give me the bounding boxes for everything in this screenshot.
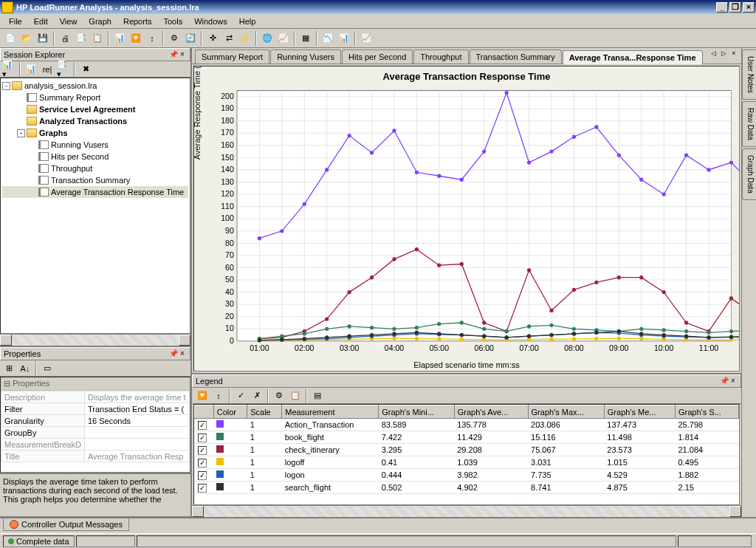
chart3-button[interactable]: 📈 — [359, 31, 374, 46]
tab-next-icon[interactable]: ▷ — [719, 49, 728, 58]
menu-help[interactable]: Help — [233, 16, 262, 27]
menu-edit[interactable]: Edit — [28, 16, 54, 27]
legend-column-header[interactable]: Graph's Me... — [604, 405, 675, 419]
se-rename-icon[interactable]: re| — [40, 62, 55, 77]
legend-checkbox[interactable]: ✓ — [198, 459, 207, 467]
side-tab-graph-data[interactable]: Graph Data — [742, 148, 756, 200]
tile-button[interactable]: ▦ — [298, 31, 313, 46]
menu-graph[interactable]: Graph — [83, 16, 117, 27]
tree-item[interactable]: Transaction Summary — [2, 174, 188, 186]
leg-cols-icon[interactable]: ▤ — [310, 388, 325, 403]
legend-row[interactable]: ✓ 1logoff0.411.0393.0311.0150.495 — [195, 456, 739, 469]
cross-button[interactable]: ✜ — [205, 31, 220, 46]
close-icon[interactable]: × — [178, 349, 187, 358]
chart1-button[interactable]: 📉 — [320, 31, 335, 46]
legend-column-header[interactable]: Color — [213, 405, 247, 419]
legend-checkbox[interactable]: ✓ — [198, 421, 207, 430]
legend-checkbox[interactable]: ✓ — [198, 434, 207, 442]
tree-item[interactable]: Throughput — [2, 162, 188, 174]
minimize-button[interactable]: _ — [716, 2, 728, 13]
se-del-icon[interactable]: ✖ — [78, 62, 93, 77]
menu-tools[interactable]: Tools — [157, 16, 188, 27]
pin-icon[interactable]: 📌 — [169, 50, 178, 59]
prop-pg-icon[interactable]: ▭ — [40, 361, 55, 376]
legend-row[interactable]: ✓ 1Action_Transaction83.589135.778203.08… — [195, 419, 739, 431]
tree-hscroll[interactable] — [0, 334, 190, 346]
close-window-button[interactable]: × — [743, 2, 755, 13]
copy-button[interactable]: 📋 — [90, 31, 105, 46]
legend-row[interactable]: ✓ 1check_itinerary3.29529.20875.06723.57… — [195, 444, 739, 456]
leg-sort-icon[interactable]: ↕ — [211, 388, 226, 403]
legend-column-header[interactable]: Measurement — [282, 405, 379, 419]
legend-column-header[interactable] — [195, 405, 214, 419]
side-tab-user-notes[interactable]: User Notes — [742, 49, 756, 100]
add-graph-button[interactable]: 📊 — [112, 31, 127, 46]
save-button[interactable]: 💾 — [35, 31, 50, 46]
open-button[interactable]: 📂 — [19, 31, 34, 46]
tree-item[interactable]: -Graphs — [2, 127, 188, 139]
legend-row[interactable]: ✓ 1book_flight7.42211.42915.11611.4981.8… — [195, 431, 739, 444]
graph-tab[interactable]: Summary Report — [195, 49, 269, 64]
controller-output-tab[interactable]: Controller Output Messages — [3, 518, 129, 531]
legend-column-header[interactable]: Graph's Ave... — [454, 405, 528, 419]
se-dup-icon[interactable]: 📑▾ — [56, 62, 71, 77]
menu-file[interactable]: File — [3, 16, 28, 27]
pin-icon[interactable]: 📌 — [720, 377, 729, 386]
stats-button[interactable]: 📈 — [276, 31, 291, 46]
tree-item[interactable]: Summary Report — [2, 92, 188, 103]
scroll-right-button[interactable] — [179, 335, 190, 346]
leg-conf-icon[interactable]: ⚙ — [272, 388, 286, 403]
legend-hscroll[interactable] — [192, 505, 741, 517]
se-bars-icon[interactable]: 📊 — [24, 62, 38, 77]
legend-checkbox[interactable]: ✓ — [198, 446, 207, 455]
leg-copy-icon[interactable]: 📋 — [288, 388, 303, 403]
legend-checkbox[interactable]: ✓ — [198, 484, 207, 493]
tree-item[interactable]: Average Transaction Response Time — [2, 186, 188, 198]
leg-filter-icon[interactable]: 🔽 — [195, 388, 210, 403]
chart2-button[interactable]: 📊 — [337, 31, 351, 46]
new-button[interactable]: 📄 — [3, 31, 18, 46]
graph-tab[interactable]: Throughput — [413, 49, 468, 64]
side-tab-raw-data[interactable]: Raw Data — [742, 101, 756, 147]
tree-item[interactable]: Service Level Agreement — [2, 103, 188, 115]
close-icon[interactable]: × — [729, 377, 738, 386]
sort-button[interactable]: ↕ — [145, 31, 159, 46]
legend-row[interactable]: ✓ 1search_flight0.5024.9028.7414.8752.15 — [195, 482, 739, 494]
graph-tab[interactable]: Hits per Second — [342, 49, 413, 64]
tree-root[interactable]: -analysis_session.lra — [2, 80, 188, 92]
refresh-button[interactable]: 🔄 — [183, 31, 198, 46]
tab-close-icon[interactable]: × — [729, 49, 738, 58]
tree-item[interactable]: Hits per Second — [2, 151, 188, 162]
html-button[interactable]: 🌐 — [260, 31, 275, 46]
scroll-left-button[interactable] — [0, 335, 12, 346]
prop-cat-icon[interactable]: ⊞ — [1, 361, 16, 376]
prop-az-icon[interactable]: A↓ — [18, 361, 32, 376]
menu-view[interactable]: View — [54, 16, 83, 27]
tab-prev-icon[interactable]: ◁ — [709, 49, 718, 58]
graph-tab[interactable]: Average Transa...Response Time — [563, 50, 703, 64]
export-button[interactable]: 📑 — [74, 31, 89, 46]
legend-row[interactable]: ✓ 1logon0.4443.9827.7354.5291.882 — [195, 469, 739, 482]
tree-item[interactable]: Running Vusers — [2, 139, 188, 151]
graph-tab[interactable]: Transaction Summary — [470, 49, 562, 64]
legend-column-header[interactable]: Graph's S... — [675, 405, 738, 419]
leg-show-icon[interactable]: ✓ — [233, 388, 248, 403]
filter-button[interactable]: 🔽 — [128, 31, 143, 46]
scroll-left-button[interactable] — [192, 506, 204, 517]
legend-column-header[interactable]: Graph's Max... — [528, 405, 604, 419]
pin-icon[interactable]: 📌 — [169, 349, 178, 358]
menu-windows[interactable]: Windows — [188, 16, 233, 27]
leg-hide-icon[interactable]: ✗ — [250, 388, 264, 403]
close-icon[interactable]: × — [178, 50, 187, 59]
legend-column-header[interactable]: Graph's Mini... — [379, 405, 454, 419]
restore-button[interactable]: ❐ — [729, 2, 741, 13]
graph-tab[interactable]: Running Vusers — [270, 49, 341, 64]
print-button[interactable]: 🖨 — [58, 31, 72, 46]
config-button[interactable]: ⚙ — [167, 31, 182, 46]
scroll-right-button[interactable] — [729, 506, 741, 517]
tree-item[interactable]: Analyzed Transactions — [2, 115, 188, 127]
legend-checkbox[interactable]: ✓ — [198, 471, 207, 480]
merge-button[interactable]: ⇄ — [221, 31, 236, 46]
session-tree[interactable]: -analysis_session.lraSummary ReportServi… — [0, 78, 190, 334]
legend-column-header[interactable]: Scale — [247, 405, 282, 419]
